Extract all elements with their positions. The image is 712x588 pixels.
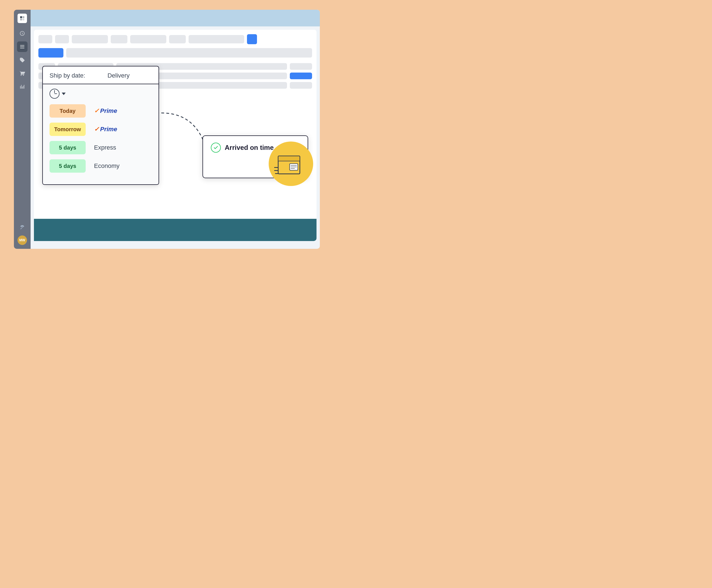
toolbar (38, 34, 312, 44)
svg-rect-3 (22, 19, 24, 21)
tab-active[interactable] (38, 48, 63, 58)
toolbar-skeleton-2 (55, 35, 69, 43)
ship-header-label: Ship by date: (49, 72, 85, 79)
toolbar-skeleton-7 (188, 35, 244, 43)
delivery-label: Delivery (107, 72, 129, 79)
package-icon (274, 147, 308, 177)
ship-card-header: Ship by date: Delivery (43, 66, 159, 84)
delivery-row-tomorrow: Tomorrow ✓ Prime (49, 123, 152, 136)
sidebar: MW (14, 10, 30, 249)
toolbar-skeleton-5 (130, 35, 166, 43)
toolbar-skeleton-4 (111, 35, 127, 43)
5days-express-badge: 5 days (49, 141, 86, 154)
sidebar-item-cart[interactable] (17, 68, 27, 79)
main-wrapper: MW (14, 10, 320, 266)
sidebar-item-rocket[interactable] (17, 222, 27, 233)
package-circle (269, 142, 313, 186)
toolbar-skeleton-1 (38, 35, 52, 43)
green-check-icon (211, 143, 221, 153)
sidebar-avatar[interactable]: MW (18, 235, 27, 245)
today-badge: Today (49, 104, 86, 118)
sidebar-item-analytics[interactable] (17, 28, 27, 39)
toolbar-skeleton-3 (72, 35, 108, 43)
row-action[interactable] (290, 72, 312, 79)
sidebar-item-list[interactable] (17, 41, 27, 52)
svg-rect-0 (20, 16, 22, 18)
economy-label: Economy (94, 162, 120, 170)
sidebar-logo[interactable] (18, 14, 27, 23)
express-label: Express (94, 144, 116, 151)
arrived-title: Arrived on time (225, 144, 274, 151)
clock-row (49, 89, 152, 99)
5days-economy-badge: 5 days (49, 159, 86, 173)
prime-logo-today: ✓ Prime (94, 107, 117, 114)
delivery-row-today: Today ✓ Prime (49, 104, 152, 118)
clock-hands (50, 89, 59, 98)
delivery-row-5days-express: 5 days Express (49, 141, 152, 154)
row-skeleton (290, 63, 312, 70)
sidebar-item-tag[interactable] (17, 55, 27, 65)
tab-inactive (66, 48, 312, 58)
svg-rect-2 (20, 19, 22, 21)
prime-logo-tomorrow: ✓ Prime (94, 126, 117, 133)
content-area: Ship by date: Delivery (34, 30, 317, 241)
bottom-teal-bar (34, 219, 317, 241)
arrived-on-time-card: Arrived on time (202, 135, 308, 178)
ship-by-date-card: Ship by date: Delivery (42, 66, 159, 185)
toolbar-btn[interactable] (247, 34, 257, 44)
toolbar-row2 (38, 48, 312, 58)
delivery-row-5days-economy: 5 days Economy (49, 159, 152, 173)
svg-rect-1 (22, 16, 24, 18)
svg-rect-6 (278, 156, 300, 161)
tomorrow-badge: Tomorrow (49, 123, 86, 136)
sidebar-item-chart[interactable] (17, 81, 27, 92)
toolbar-skeleton-6 (169, 35, 186, 43)
main-content: Ship by date: Delivery (30, 10, 320, 249)
row-skeleton (290, 82, 312, 89)
chevron-down-icon[interactable] (62, 92, 66, 95)
top-bar (30, 10, 320, 26)
clock-icon[interactable] (49, 89, 60, 99)
ship-card-body: Today ✓ Prime Tomorrow ✓ (43, 84, 159, 184)
